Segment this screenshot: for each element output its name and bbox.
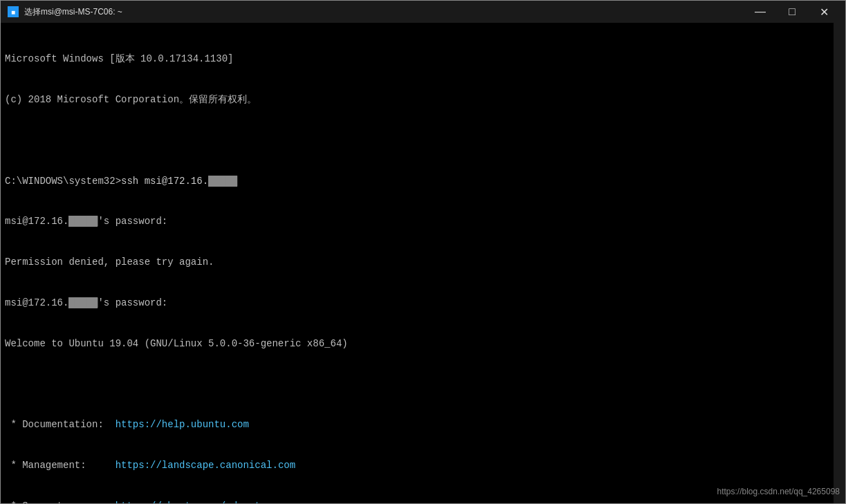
line-12: * Support: https://ubuntu.com/advantage bbox=[5, 500, 841, 503]
titlebar-controls: — □ ✕ bbox=[744, 1, 840, 23]
line-9 bbox=[5, 377, 841, 391]
close-button[interactable]: ✕ bbox=[808, 1, 840, 23]
terminal-body[interactable]: Microsoft Windows [版本 10.0.17134.1130] (… bbox=[1, 23, 845, 503]
line-3 bbox=[5, 134, 841, 148]
line-7: msi@172.16.█ █ █'s password: bbox=[5, 297, 841, 310]
line-8: Welcome to Ubuntu 19.04 (GNU/Linux 5.0.0… bbox=[5, 337, 841, 351]
line-2: (c) 2018 Microsoft Corporation。保留所有权利。 bbox=[5, 93, 841, 107]
watermark: https://blog.csdn.net/qq_4265098 bbox=[717, 486, 840, 498]
scrollbar[interactable] bbox=[834, 23, 845, 503]
line-6: Permission denied, please try again. bbox=[5, 256, 841, 270]
line-10: * Documentation: https://help.ubuntu.com bbox=[5, 418, 841, 432]
line-1: Microsoft Windows [版本 10.0.17134.1130] bbox=[5, 53, 841, 66]
terminal-window: ■ 选择msi@msi-MS-7C06: ~ — □ ✕ Microsoft W… bbox=[0, 0, 846, 504]
minimize-button[interactable]: — bbox=[744, 1, 776, 23]
maximize-button[interactable]: □ bbox=[776, 1, 808, 23]
line-11: * Management: https://landscape.canonica… bbox=[5, 459, 841, 473]
titlebar: ■ 选择msi@msi-MS-7C06: ~ — □ ✕ bbox=[1, 1, 845, 23]
line-5: msi@172.16.█ █ █'s password: bbox=[5, 215, 841, 229]
terminal-output: Microsoft Windows [版本 10.0.17134.1130] (… bbox=[5, 26, 841, 503]
line-4: C:\WINDOWS\system32>ssh msi@172.16.█ █ █ bbox=[5, 175, 841, 189]
window-title: 选择msi@msi-MS-7C06: ~ bbox=[24, 6, 122, 18]
window-icon: ■ bbox=[8, 6, 19, 17]
titlebar-left: ■ 选择msi@msi-MS-7C06: ~ bbox=[8, 6, 122, 18]
